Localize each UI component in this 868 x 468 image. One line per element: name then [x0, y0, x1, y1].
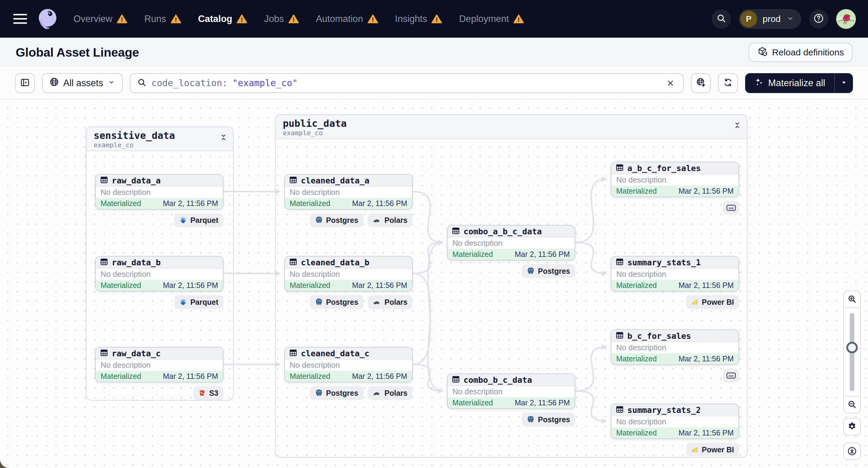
- asset-node-header: combo_a_b_c_data: [447, 225, 575, 238]
- asset-description: No description: [96, 269, 223, 280]
- asset-node[interactable]: cleaned_data_c No description Materializ…: [284, 347, 413, 382]
- asset-description: No description: [447, 238, 575, 249]
- graph-settings-button[interactable]: [843, 418, 861, 435]
- nav-item[interactable]: Automation: [316, 13, 378, 24]
- asset-group-header[interactable]: public_data example_co: [276, 115, 747, 139]
- collapse-group-icon[interactable]: [219, 133, 228, 143]
- csv-badge: csv: [723, 201, 739, 215]
- global-search-button[interactable]: [712, 9, 731, 29]
- nav-item[interactable]: Runs: [144, 13, 181, 24]
- asset-materialized-time: Mar 2, 11:56 PM: [679, 187, 734, 195]
- sparkles-icon: [754, 77, 764, 89]
- title-bar: Global Asset Lineage Reload definitions: [0, 38, 868, 67]
- table-icon: [289, 349, 297, 358]
- asset-name: combo_a_b_c_data: [464, 227, 542, 236]
- asset-status: Materialized: [101, 372, 141, 381]
- materialize-all-button[interactable]: Materialize all: [745, 73, 834, 93]
- asset-node[interactable]: cleaned_data_a No description Materializ…: [284, 174, 413, 210]
- globe-plus-icon: [696, 77, 706, 89]
- asset-description: No description: [611, 416, 739, 427]
- dagster-logo-icon[interactable]: [35, 7, 60, 31]
- deployment-switcher[interactable]: P prod: [739, 9, 801, 29]
- asset-materialized-time: Mar 2, 11:56 PM: [352, 281, 407, 290]
- reload-definitions-button[interactable]: Reload definitions: [749, 43, 852, 62]
- deployment-warning-icon: [170, 13, 181, 24]
- badge-label: Power BI: [702, 445, 734, 454]
- collapse-group-icon[interactable]: [733, 121, 742, 131]
- zoom-slider[interactable]: [844, 308, 860, 396]
- table-icon: [452, 375, 460, 384]
- chevron-down-icon: [107, 78, 115, 89]
- search-query-field: code_location:: [152, 78, 228, 88]
- asset-description: No description: [611, 175, 739, 186]
- asset-badges: Parquet: [95, 295, 223, 309]
- open-sidebar-button[interactable]: [15, 73, 35, 93]
- asset-materialized-time: Mar 2, 11:56 PM: [352, 372, 407, 381]
- clear-search-button[interactable]: [664, 77, 677, 89]
- asset-status: Materialized: [453, 399, 493, 407]
- asset-scope-dropdown[interactable]: All assets: [42, 73, 123, 93]
- asset-description: No description: [96, 187, 223, 198]
- nav-item[interactable]: Jobs: [264, 13, 299, 24]
- postgres-badge: Postgres: [522, 264, 575, 278]
- asset-node[interactable]: summary_stats_1 No description Materiali…: [611, 256, 739, 291]
- nav-item-label: Insights: [395, 13, 427, 24]
- asset-node[interactable]: cleaned_data_b No description Materializ…: [284, 256, 413, 291]
- nav-items: Overview Runs Catalog Jobs Automation In…: [73, 13, 524, 24]
- asset-node[interactable]: raw_data_a No description Materialized M…: [95, 174, 223, 210]
- asset-search-input[interactable]: code_location: "example_co": [130, 73, 684, 93]
- asset-node[interactable]: raw_data_c No description Materialized M…: [95, 347, 223, 382]
- materialize-options-button[interactable]: [834, 73, 853, 93]
- asset-materialized-time: Mar 2, 11:56 PM: [679, 354, 734, 363]
- csv-badge: csv: [723, 369, 739, 382]
- open-in-new-location-button[interactable]: [691, 73, 711, 93]
- user-avatar[interactable]: [836, 9, 856, 29]
- zoom-slider-thumb[interactable]: [846, 342, 858, 353]
- asset-status-row: Materialized Mar 2, 11:56 PM: [285, 371, 412, 382]
- asset-badges: Power BI: [611, 295, 739, 309]
- refresh-graph-button[interactable]: [718, 73, 738, 93]
- badge-label: Power BI: [702, 298, 734, 307]
- asset-description: No description: [611, 342, 739, 353]
- polars-badge: Polars: [368, 295, 413, 309]
- zoom-out-button[interactable]: [844, 396, 860, 413]
- asset-status-row: Materialized Mar 2, 11:56 PM: [447, 397, 575, 408]
- asset-node[interactable]: b_c_for_sales No description Materialize…: [611, 330, 739, 365]
- menu-button[interactable]: [13, 14, 27, 24]
- deployment-warning-icon: [288, 13, 299, 24]
- asset-node[interactable]: a_b_c_for_sales No description Materiali…: [611, 162, 739, 197]
- nav-item[interactable]: Overview: [73, 13, 127, 24]
- download-image-button[interactable]: [843, 443, 861, 460]
- nav-item[interactable]: Insights: [395, 13, 442, 24]
- asset-node[interactable]: raw_data_b No description Materialized M…: [95, 256, 223, 291]
- deployment-warning-icon: [513, 13, 524, 24]
- asset-node-wrap: a_b_c_for_sales No description Materiali…: [611, 162, 739, 197]
- asset-node[interactable]: combo_b_c_data No description Materializ…: [447, 373, 575, 409]
- asset-node-header: summary_stats_2: [611, 404, 739, 416]
- asset-status: Materialized: [616, 354, 657, 363]
- asset-node-header: cleaned_data_c: [285, 347, 412, 360]
- asset-status-row: Materialized Mar 2, 11:56 PM: [96, 198, 223, 209]
- asset-status: Materialized: [616, 187, 657, 195]
- nav-item-label: Jobs: [264, 13, 284, 24]
- asset-materialized-time: Mar 2, 11:56 PM: [163, 199, 218, 208]
- zoom-in-button[interactable]: [844, 291, 860, 308]
- nav-item[interactable]: Deployment: [459, 13, 524, 24]
- asset-node[interactable]: summary_stats_2 No description Materiali…: [611, 404, 739, 439]
- help-button[interactable]: [809, 9, 828, 29]
- asset-status: Materialized: [290, 199, 331, 208]
- asset-node[interactable]: combo_a_b_c_data No description Material…: [447, 225, 575, 260]
- asset-group-header[interactable]: sensitive_data example_co: [87, 127, 233, 151]
- postgres-badge: Postgres: [522, 413, 575, 427]
- badge-label: Postgres: [538, 267, 570, 276]
- search-query-value: "example_co": [232, 78, 298, 88]
- zoom-out-icon: [847, 400, 857, 410]
- table-icon: [289, 258, 297, 267]
- nav-item[interactable]: Catalog: [198, 13, 248, 24]
- lineage-canvas[interactable]: sensitive_data example_co public_data ex…: [0, 99, 868, 468]
- parquet-badge: Parquet: [174, 213, 223, 227]
- deployment-warning-icon: [367, 13, 378, 24]
- asset-node-wrap: combo_b_c_data No description Materializ…: [447, 373, 575, 409]
- badge-label: Polars: [384, 216, 407, 225]
- asset-name: summary_stats_1: [627, 258, 701, 267]
